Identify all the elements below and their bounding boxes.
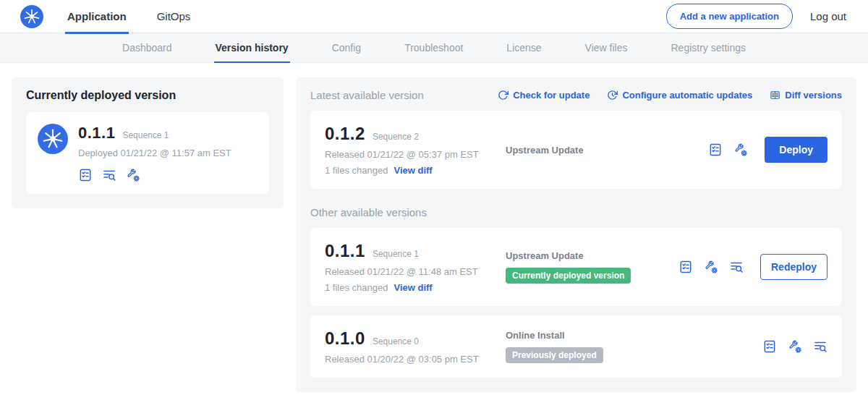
latest-available-title: Latest available version <box>310 89 424 101</box>
version-actions: Deploy <box>708 137 827 163</box>
header-right: Add a new application Log out <box>666 4 846 29</box>
logs-magnifier-icon[interactable] <box>729 260 744 274</box>
logs-magnifier-icon[interactable] <box>813 339 827 354</box>
version-info: 0.1.2 Sequence 2 Released 01/21/22 @ 05:… <box>325 124 506 176</box>
deployed-panel-title: Currently deployed version <box>26 89 269 102</box>
subnav-version-history[interactable]: Version history <box>214 33 290 63</box>
kubernetes-helm-icon <box>22 7 41 26</box>
released-timestamp: Released 01/21/22 @ 05:37 pm EST <box>325 149 506 160</box>
diff-versions-label: Diff versions <box>785 90 842 101</box>
files-changed-label: 1 files changed <box>325 165 388 176</box>
subnav-license[interactable]: License <box>505 33 542 63</box>
version-source: Upstream Update <box>506 250 678 261</box>
version-source-block: Online Install Previously deployed <box>506 330 762 363</box>
kubernetes-logo <box>20 5 43 28</box>
subnav-registry-settings[interactable]: Registry settings <box>670 33 747 63</box>
view-diff-link[interactable]: View diff <box>393 165 432 176</box>
subnav-dashboard[interactable]: Dashboard <box>121 33 174 63</box>
version-source: Upstream Update <box>506 145 708 156</box>
check-for-update-link[interactable]: Check for update <box>498 90 590 101</box>
redeploy-button[interactable]: Redeploy <box>760 254 827 280</box>
refresh-icon <box>498 90 509 101</box>
logs-magnifier-icon[interactable] <box>102 168 116 182</box>
version-actions: Redeploy <box>678 254 827 280</box>
version-number: 0.1.1 <box>325 241 365 261</box>
released-timestamp: Released 01/20/22 @ 03:05 pm EST <box>325 354 506 365</box>
auto-update-clock-icon <box>607 90 618 101</box>
deployed-version-number: 0.1.1 <box>78 124 115 143</box>
check-for-update-label: Check for update <box>513 90 590 101</box>
configure-automatic-updates-link[interactable]: Configure automatic updates <box>607 90 752 101</box>
sequence-label: Sequence 1 <box>373 249 419 259</box>
previously-deployed-badge: Previously deployed <box>506 347 603 363</box>
version-number: 0.1.2 <box>325 124 365 144</box>
config-wrench-icon[interactable] <box>704 260 718 274</box>
files-changed-label: 1 files changed <box>325 282 388 293</box>
sequence-label: Sequence 0 <box>373 336 419 347</box>
preflight-checklist-icon[interactable] <box>708 143 723 157</box>
sequence-label: Sequence 2 <box>373 132 419 142</box>
version-actions <box>762 339 827 354</box>
preflight-checklist-icon[interactable] <box>762 339 777 354</box>
tab-gitops[interactable]: GitOps <box>155 0 193 33</box>
preflight-checklist-icon[interactable] <box>678 260 693 274</box>
diff-versions-link[interactable]: Diff versions <box>770 90 842 101</box>
currently-deployed-panel: Currently deployed version 0.1.1 Sequenc… <box>12 77 284 208</box>
deployed-action-icons <box>78 168 231 182</box>
tab-application[interactable]: Application <box>65 0 129 33</box>
logout-button[interactable]: Log out <box>810 10 846 22</box>
deploy-button[interactable]: Deploy <box>765 137 827 163</box>
deployed-version-card: 0.1.1 Sequence 1 Deployed 01/21/22 @ 11:… <box>26 112 269 194</box>
version-card-0-1-2: 0.1.2 Sequence 2 Released 01/21/22 @ 05:… <box>310 111 842 189</box>
top-header: Application GitOps Add a new application… <box>0 0 868 33</box>
view-diff-link[interactable]: View diff <box>393 282 432 293</box>
deployed-sequence-label: Sequence 1 <box>122 130 169 140</box>
update-actions: Check for update Configure automatic upd… <box>498 90 842 101</box>
config-wrench-icon[interactable] <box>126 168 140 182</box>
deployed-version-info: 0.1.1 Sequence 1 Deployed 01/21/22 @ 11:… <box>78 124 231 182</box>
add-application-button[interactable]: Add a new application <box>666 4 793 29</box>
kubernetes-helm-icon <box>41 127 65 151</box>
version-info: 0.1.1 Sequence 1 Released 01/21/22 @ 11:… <box>325 241 506 293</box>
main-content: Currently deployed version 0.1.1 Sequenc… <box>0 63 868 407</box>
configure-automatic-updates-label: Configure automatic updates <box>622 90 752 101</box>
tab-gitops-label: GitOps <box>157 10 191 22</box>
subnav-view-files[interactable]: View files <box>584 33 629 63</box>
version-source: Online Install <box>506 330 762 341</box>
diff-columns-icon <box>770 90 780 101</box>
version-source-block: Upstream Update Currently deployed versi… <box>506 250 678 284</box>
tab-application-label: Application <box>67 10 127 22</box>
version-info: 0.1.0 Sequence 0 Released 01/20/22 @ 03:… <box>325 328 506 365</box>
deployed-timestamp: Deployed 01/21/22 @ 11:57 am EST <box>78 148 231 158</box>
config-wrench-icon[interactable] <box>733 143 748 157</box>
subnav-config[interactable]: Config <box>331 33 362 63</box>
currently-deployed-badge: Currently deployed version <box>506 268 631 284</box>
version-number: 0.1.0 <box>325 328 365 349</box>
released-timestamp: Released 01/21/22 @ 11:48 am EST <box>325 266 506 277</box>
other-versions-title: Other available versions <box>310 206 842 218</box>
subnav-troubleshoot[interactable]: Troubleshoot <box>403 33 464 63</box>
version-source-block: Upstream Update <box>506 145 708 156</box>
app-subnav: Dashboard Version history Config Trouble… <box>0 33 868 63</box>
latest-available-header: Latest available version Check for updat… <box>310 89 842 101</box>
config-wrench-icon[interactable] <box>788 339 802 354</box>
preflight-checklist-icon[interactable] <box>78 168 93 182</box>
version-card-0-1-0: 0.1.0 Sequence 0 Released 01/20/22 @ 03:… <box>310 315 842 378</box>
version-history-panel: Latest available version Check for updat… <box>296 77 856 392</box>
version-card-0-1-1: 0.1.1 Sequence 1 Released 01/21/22 @ 11:… <box>310 228 842 306</box>
app-icon <box>38 124 68 154</box>
